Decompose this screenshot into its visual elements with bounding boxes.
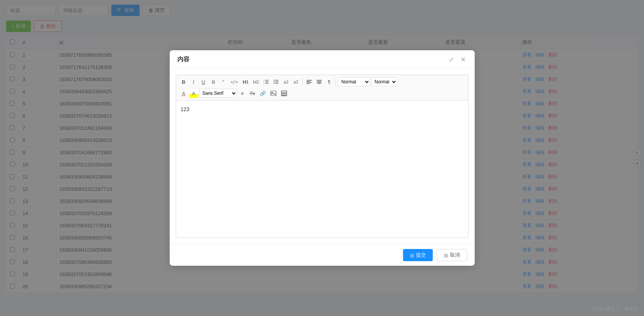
svg-point-11: [274, 83, 275, 84]
modal-title: 内容: [177, 56, 190, 64]
submit-button[interactable]: ◎ 提交: [403, 249, 433, 261]
strikethrough-button[interactable]: S: [209, 77, 218, 86]
svg-rect-12: [307, 80, 312, 81]
cancel-button[interactable]: ◎ 取消: [437, 249, 467, 261]
style-select-2[interactable]: Normal Small Large: [371, 77, 397, 86]
svg-rect-13: [307, 81, 310, 82]
svg-rect-6: [275, 80, 278, 81]
ordered-list-button[interactable]: 1.2.3.: [262, 77, 271, 86]
blockquote-button[interactable]: ": [219, 77, 228, 86]
bg-color-button[interactable]: A: [189, 89, 198, 98]
underline-button[interactable]: U: [199, 77, 208, 86]
align-center-button[interactable]: [315, 77, 324, 86]
modal-overlay[interactable]: 内容 ⤢ ✕ B I U S " </> H1 H2: [0, 0, 644, 316]
svg-point-9: [274, 80, 275, 81]
modal-header-icons: ⤢ ✕: [447, 56, 467, 64]
toolbar-separator-2: [336, 78, 336, 86]
clear-format-button[interactable]: Tx: [248, 89, 257, 98]
toolbar-row-2: A A Sans Serif Serif Monospace ≡ Tx 🔗: [179, 89, 465, 98]
italic-button[interactable]: I: [189, 77, 198, 86]
expand-icon[interactable]: ⤢: [447, 56, 455, 64]
svg-rect-19: [318, 83, 321, 84]
svg-rect-7: [275, 81, 278, 82]
font-family-select[interactable]: Sans Serif Serif Monospace: [199, 89, 237, 98]
bold-button[interactable]: B: [179, 77, 188, 86]
h1-button[interactable]: H1: [241, 77, 250, 86]
svg-rect-20: [271, 91, 276, 96]
link-button[interactable]: 🔗: [258, 89, 268, 98]
subscript-button[interactable]: x2: [281, 77, 291, 86]
content-modal: 内容 ⤢ ✕ B I U S " </> H1 H2: [170, 50, 475, 266]
code-button[interactable]: </>: [229, 77, 240, 86]
svg-rect-18: [316, 82, 322, 83]
toolbar-row-1: B I U S " </> H1 H2 1.2.3.: [179, 77, 465, 86]
close-icon[interactable]: ✕: [459, 56, 467, 64]
toolbar-separator-1: [302, 78, 303, 86]
svg-rect-15: [307, 83, 310, 84]
svg-text:3.: 3.: [263, 82, 265, 84]
modal-footer: ◎ 提交 ◎ 取消: [170, 244, 475, 266]
svg-rect-17: [317, 81, 321, 82]
align-button[interactable]: ≡: [238, 89, 247, 98]
svg-rect-0: [265, 80, 268, 81]
editor-toolbar: B I U S " </> H1 H2 1.2.3.: [176, 75, 468, 101]
align-left-button[interactable]: [305, 77, 314, 86]
svg-rect-8: [275, 83, 278, 84]
svg-rect-2: [265, 83, 268, 84]
cancel-icon: ◎: [444, 252, 448, 258]
watermark: CSDN @王工、要专注: [591, 306, 638, 312]
h2-button[interactable]: H2: [251, 77, 261, 86]
font-color-button[interactable]: A: [179, 89, 188, 98]
modal-header: 内容 ⤢ ✕: [170, 50, 475, 69]
modal-body: B I U S " </> H1 H2 1.2.3.: [170, 69, 475, 244]
svg-rect-14: [307, 82, 312, 83]
editor-content-area[interactable]: 123: [176, 101, 468, 238]
svg-rect-16: [316, 80, 322, 81]
superscript-button[interactable]: x2: [291, 77, 300, 86]
submit-icon: ◎: [410, 252, 414, 258]
paragraph-button[interactable]: ¶: [324, 77, 334, 86]
table-button[interactable]: [279, 89, 289, 98]
image-button[interactable]: [268, 89, 278, 98]
svg-point-10: [274, 81, 275, 82]
rich-text-editor: B I U S " </> H1 H2 1.2.3.: [176, 75, 469, 238]
style-select-1[interactable]: Normal Heading 1 Heading 2: [338, 77, 370, 86]
unordered-list-button[interactable]: [271, 77, 281, 86]
svg-rect-1: [265, 81, 268, 82]
